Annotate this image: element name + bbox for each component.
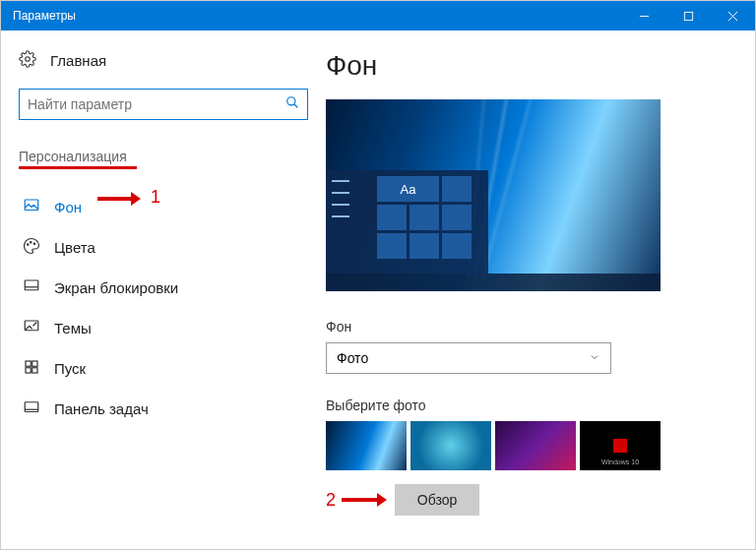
search-input[interactable] xyxy=(28,96,285,112)
search-icon xyxy=(285,95,299,113)
taskbar-icon xyxy=(23,398,40,419)
svg-line-6 xyxy=(294,104,298,108)
svg-rect-1 xyxy=(684,12,692,20)
start-icon xyxy=(23,358,40,379)
svg-rect-15 xyxy=(32,361,37,366)
dropdown-value: Фото xyxy=(337,350,368,366)
nav-list: Фон 1 Цвета Экран блокировки Темы Пуск xyxy=(19,187,308,429)
annotation-2: 2 xyxy=(326,490,387,511)
svg-rect-18 xyxy=(25,402,38,412)
sidebar-item-taskbar[interactable]: Панель задач xyxy=(19,389,308,429)
photo-thumb-1[interactable] xyxy=(326,421,407,470)
photo-thumb-4[interactable]: Windows 10 xyxy=(580,421,661,470)
home-label: Главная xyxy=(50,52,106,69)
sidebar-item-label: Панель задач xyxy=(54,400,149,417)
page-title: Фон xyxy=(326,50,725,82)
svg-point-4 xyxy=(26,57,31,62)
sidebar-item-label: Темы xyxy=(54,320,92,336)
svg-point-9 xyxy=(31,242,32,244)
sidebar-item-label: Пуск xyxy=(54,360,86,377)
gear-icon xyxy=(19,50,36,71)
browse-button[interactable]: Обзор xyxy=(395,484,479,516)
preview-sample-text: Aa xyxy=(377,176,439,202)
sidebar-item-background[interactable]: Фон 1 xyxy=(19,187,308,227)
chevron-down-icon xyxy=(589,350,600,366)
window-titlebar: Параметры xyxy=(1,1,755,31)
background-label: Фон xyxy=(326,319,725,335)
svg-point-8 xyxy=(28,244,30,246)
sidebar-item-themes[interactable]: Темы xyxy=(19,308,308,348)
lockscreen-icon xyxy=(23,277,40,298)
svg-point-5 xyxy=(287,97,295,105)
sidebar-item-start[interactable]: Пуск xyxy=(19,348,308,389)
picture-icon xyxy=(23,197,40,217)
home-link[interactable]: Главная xyxy=(19,50,308,71)
svg-rect-17 xyxy=(32,368,37,373)
annotation-underline xyxy=(19,166,137,169)
category-header: Персонализация xyxy=(19,149,127,164)
palette-icon xyxy=(23,237,40,258)
sidebar: Главная Персонализация Фон 1 Цвета Экран xyxy=(1,31,326,549)
sidebar-item-colors[interactable]: Цвета xyxy=(19,227,308,268)
sidebar-item-lockscreen[interactable]: Экран блокировки xyxy=(19,268,308,308)
photo-thumb-2[interactable] xyxy=(410,421,491,470)
window-title: Параметры xyxy=(13,9,76,23)
sidebar-item-label: Экран блокировки xyxy=(54,279,178,296)
close-button[interactable] xyxy=(711,1,755,31)
svg-rect-11 xyxy=(25,280,38,290)
photo-thumbnails: Windows 10 xyxy=(326,421,725,470)
background-dropdown[interactable]: Фото xyxy=(326,342,611,374)
desktop-preview: Aa xyxy=(326,99,661,291)
themes-icon xyxy=(23,318,40,338)
photo-thumb-3[interactable] xyxy=(495,421,576,470)
main-panel: Фон Aa Фон Фото Выберите фото xyxy=(326,31,755,549)
minimize-button[interactable] xyxy=(622,1,666,31)
choose-photo-label: Выберите фото xyxy=(326,397,725,413)
svg-rect-16 xyxy=(26,368,31,373)
svg-rect-7 xyxy=(25,200,38,211)
maximize-button[interactable] xyxy=(666,1,711,31)
svg-point-10 xyxy=(33,243,35,245)
annotation-1: 1 xyxy=(97,189,141,207)
sidebar-item-label: Фон xyxy=(54,199,82,215)
search-box[interactable] xyxy=(19,89,308,120)
svg-rect-14 xyxy=(26,361,31,366)
sidebar-item-label: Цвета xyxy=(54,239,95,256)
